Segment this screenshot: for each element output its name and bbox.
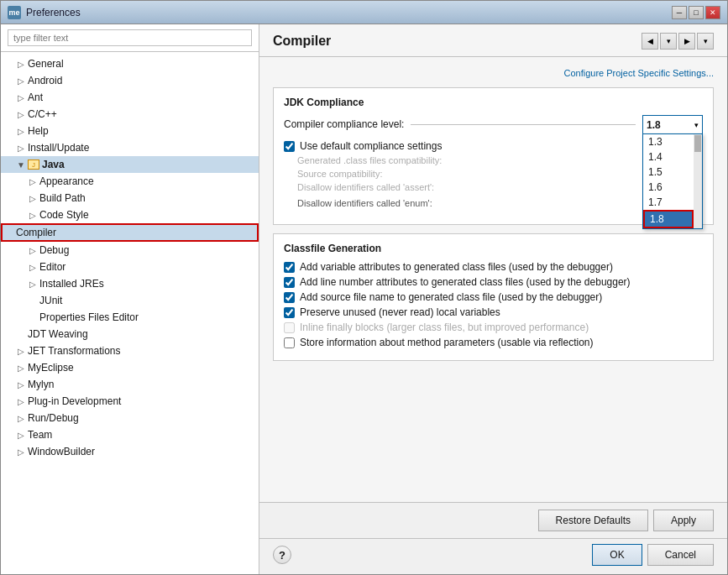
minimize-button[interactable]: ─	[672, 6, 687, 19]
tree-item-jdt-weaving[interactable]: JDT Weaving	[1, 326, 259, 342]
close-button[interactable]: ✕	[705, 6, 720, 19]
add-source-checkbox[interactable]	[284, 292, 295, 303]
tree-item-editor[interactable]: ▷ Editor	[1, 259, 259, 275]
tree-label-team: Team	[28, 429, 52, 441]
tree-label-appearance: Appearance	[39, 175, 94, 187]
dropdown-option-1-7[interactable]: 1.7	[643, 195, 694, 210]
nav-buttons: ◀ ▾ ▶ ▾	[642, 33, 714, 50]
help-button[interactable]: ?	[273, 546, 291, 564]
tree-item-jet-transformations[interactable]: ▷ JET Transformations	[1, 342, 259, 359]
use-default-compliance-label: Use default compliance settings	[300, 140, 442, 152]
expand-icon-installed-jres: ▷	[26, 277, 39, 290]
add-line-number-checkbox[interactable]	[284, 277, 295, 288]
disallow-enum-label: Disallow identifiers called 'enum':	[297, 198, 643, 208]
expand-icon-junit	[26, 294, 39, 307]
expand-icon-team: ▷	[14, 428, 28, 442]
tree-label-properties-files-editor: Properties Files Editor	[39, 311, 139, 323]
restore-apply-bar: Restore Defaults Apply	[259, 502, 727, 538]
ok-button[interactable]: OK	[592, 544, 642, 566]
back-button[interactable]: ◀	[642, 33, 658, 50]
tree-item-junit[interactable]: JUnit	[1, 292, 259, 309]
tree-label-jdt-weaving: JDT Weaving	[28, 328, 88, 340]
jdk-compliance-title: JDK Compliance	[284, 97, 703, 108]
compliance-dropdown-header[interactable]: 1.8 ▾	[642, 115, 703, 133]
tree-label-general: General	[28, 58, 64, 70]
tree-item-properties-files-editor[interactable]: Properties Files Editor	[1, 309, 259, 326]
configure-project-link[interactable]: Configure Project Specific Settings...	[563, 68, 714, 78]
add-source-row: Add source file name to generated class …	[284, 291, 703, 303]
filter-input[interactable]	[8, 29, 252, 46]
tree-item-appearance[interactable]: ▷ Appearance	[1, 173, 259, 190]
inline-finally-label: Inline finally blocks (larger class file…	[300, 321, 589, 333]
dropdown-option-1-8[interactable]: 1.8	[643, 210, 694, 228]
tree-item-run-debug[interactable]: ▷ Run/Debug	[1, 410, 259, 426]
restore-defaults-button[interactable]: Restore Defaults	[538, 510, 648, 531]
tree-item-install-update[interactable]: ▷ Install/Update	[1, 139, 259, 156]
app-icon: me	[8, 6, 21, 19]
tree-label-junit: JUnit	[39, 295, 62, 306]
tree-item-myeclipse[interactable]: ▷ MyEclipse	[1, 359, 259, 376]
tree-item-help[interactable]: ▷ Help	[1, 123, 259, 139]
tree-item-debug[interactable]: ▷ Debug	[1, 242, 259, 259]
dropdown-option-1-5[interactable]: 1.5	[643, 165, 694, 180]
tree-label-android: Android	[28, 75, 62, 86]
forward-button[interactable]: ▶	[678, 33, 695, 50]
dropdown-scrollbar-thumb	[694, 135, 701, 152]
tree-item-team[interactable]: ▷ Team	[1, 426, 259, 443]
window-title: Preferences	[26, 7, 672, 18]
tree-label-build-path: Build Path	[39, 192, 86, 204]
dropdown-option-1-6[interactable]: 1.6	[643, 180, 694, 195]
expand-icon-mylyn: ▷	[14, 378, 28, 391]
apply-button[interactable]: Apply	[653, 510, 714, 531]
dropdown-nav-button[interactable]: ▾	[660, 33, 677, 50]
expand-icon-windowbuilder: ▷	[14, 445, 28, 458]
dropdown-option-1-3[interactable]: 1.3	[643, 134, 694, 149]
tree-item-windowbuilder[interactable]: ▷ WindowBuilder	[1, 443, 259, 460]
title-bar: me Preferences ─ □ ✕	[1, 1, 727, 24]
expand-icon-debug: ▷	[26, 243, 39, 257]
tree-item-java[interactable]: ▼ J Java	[1, 156, 259, 173]
expand-icon-java: ▼	[14, 158, 28, 171]
forward-dropdown-button[interactable]: ▾	[697, 33, 714, 50]
inline-finally-checkbox[interactable]	[284, 322, 295, 333]
tree-item-general[interactable]: ▷ General	[1, 55, 259, 72]
tree-item-ant[interactable]: ▷ Ant	[1, 89, 259, 106]
dropdown-scrollbar	[694, 134, 702, 228]
jdk-compliance-section: JDK Compliance Compiler compliance level…	[273, 87, 714, 225]
maximize-button[interactable]: □	[689, 6, 704, 19]
tree-item-cpp[interactable]: ▷ C/C++	[1, 106, 259, 123]
expand-icon-editor: ▷	[26, 260, 39, 274]
add-variable-row: Add variable attributes to generated cla…	[284, 261, 703, 273]
add-variable-checkbox[interactable]	[284, 262, 295, 273]
tree-item-mylyn[interactable]: ▷ Mylyn	[1, 376, 259, 393]
tree-label-run-debug: Run/Debug	[28, 412, 79, 424]
tree-item-installed-jres[interactable]: ▷ Installed JREs	[1, 275, 259, 292]
compliance-dropdown-value: 1.8	[647, 119, 694, 131]
tree-label-editor: Editor	[39, 261, 65, 273]
use-default-compliance-row: Use default compliance settings	[284, 140, 703, 152]
cancel-button[interactable]: Cancel	[647, 544, 714, 566]
tree-item-plugin-development[interactable]: ▷ Plug-in Development	[1, 393, 259, 410]
expand-icon-appearance: ▷	[26, 175, 39, 188]
page-title: Compiler	[273, 34, 331, 49]
store-info-row: Store information about method parameter…	[284, 337, 703, 348]
classfile-generation-title: Classfile Generation	[284, 243, 703, 254]
tree-label-code-style: Code Style	[39, 209, 89, 221]
tree-label-plugin-development: Plug-in Development	[28, 395, 121, 407]
preserve-unused-checkbox[interactable]	[284, 307, 295, 318]
tree-item-android[interactable]: ▷ Android	[1, 72, 259, 89]
tree-item-code-style[interactable]: ▷ Code Style	[1, 206, 259, 223]
preference-tree: ▷ General ▷ Android ▷ Ant ▷ C/C++	[1, 52, 259, 574]
dropdown-option-1-4[interactable]: 1.4	[643, 149, 694, 165]
tree-label-install-update: Install/Update	[28, 142, 89, 154]
classfile-generation-section: Classfile Generation Add variable attrib…	[273, 233, 714, 361]
store-info-checkbox[interactable]	[284, 337, 295, 348]
expand-icon-build-path: ▷	[26, 191, 39, 205]
tree-label-cpp: C/C++	[28, 108, 57, 120]
use-default-compliance-checkbox[interactable]	[284, 141, 295, 152]
tree-item-build-path[interactable]: ▷ Build Path	[1, 190, 259, 206]
expand-icon-run-debug: ▷	[14, 411, 28, 425]
inline-finally-row: Inline finally blocks (larger class file…	[284, 321, 703, 333]
expand-icon-android: ▷	[14, 74, 28, 87]
tree-item-compiler[interactable]: Compiler	[1, 223, 259, 242]
